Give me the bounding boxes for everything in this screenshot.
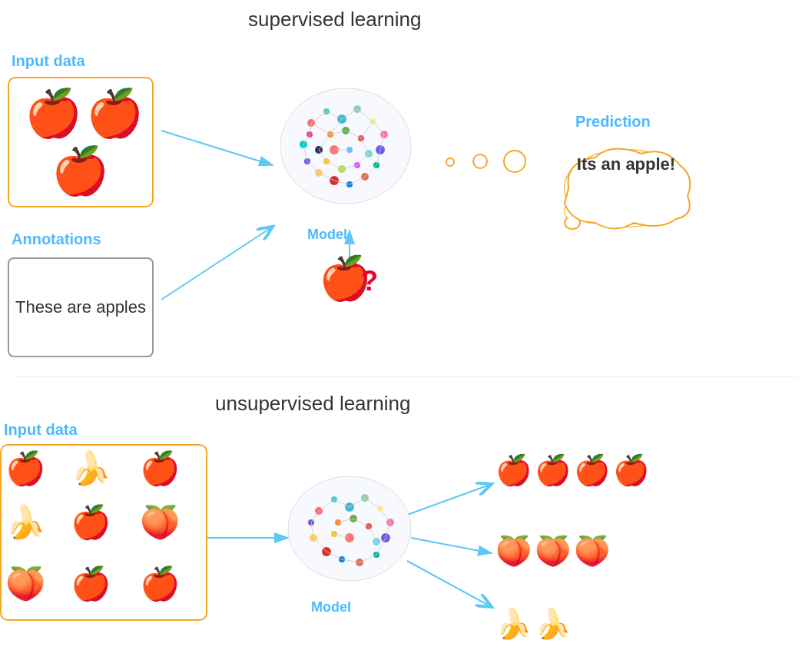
question-mark: ?	[361, 265, 378, 297]
output-apples-row: 🍎 🍎 🍎 🍎	[495, 453, 649, 487]
dot-3	[503, 150, 526, 173]
unsup-apple-4: 🍎	[71, 565, 111, 602]
out-peach-2: 🍑	[535, 534, 571, 568]
apple-3: 🍎	[51, 144, 109, 198]
thought-bubble-text: Its an apple!	[576, 154, 676, 176]
supervised-annotation-label: Annotations	[12, 231, 101, 248]
svg-line-5	[407, 484, 492, 515]
out-apple-4: 🍎	[613, 453, 649, 487]
dot-2	[472, 154, 488, 169]
svg-point-67	[288, 476, 411, 581]
apple-2: 🍎	[86, 86, 144, 141]
supervised-annotation-box: These are apples	[8, 257, 154, 357]
separator	[15, 376, 797, 377]
supervised-input-box: 🍎 🍎 🍎	[8, 77, 154, 207]
prediction-label: Prediction	[575, 113, 651, 131]
supervised-model-label: Model	[307, 227, 347, 243]
unsupervised-input-box: 🍎 🍌 🍎 🍌 🍎 🍑 🍑 🍎 🍎	[0, 444, 207, 621]
out-peach-1: 🍑	[495, 534, 532, 568]
unsupervised-model-label: Model	[311, 599, 351, 615]
supervised-input-label: Input data	[12, 52, 85, 70]
svg-line-7	[407, 561, 492, 607]
unsup-apple-3: 🍎	[71, 503, 111, 541]
supervised-brain	[265, 77, 419, 223]
output-bananas-row: 🍌 🍌	[495, 607, 571, 641]
unsupervised-title: unsupervised learning	[215, 392, 410, 416]
unsup-apple-5: 🍎	[140, 565, 180, 602]
apple-1: 🍎	[25, 86, 82, 141]
svg-line-6	[411, 538, 492, 553]
unsup-banana-2: 🍌	[5, 503, 45, 541]
out-banana-1: 🍌	[495, 607, 532, 641]
out-apple-3: 🍎	[574, 453, 610, 487]
page-container: supervised learning Input data 🍎 🍎 🍎 Ann…	[0, 0, 812, 660]
unsup-apple-2: 🍎	[140, 449, 180, 487]
dot-1	[446, 158, 455, 167]
svg-line-2	[161, 227, 273, 300]
unsup-banana-1: 🍌	[71, 449, 111, 487]
out-apple-2: 🍎	[535, 453, 571, 487]
thought-bubble-container: Its an apple!	[553, 138, 699, 238]
output-peaches-row: 🍑 🍑 🍑	[495, 534, 610, 568]
unsupervised-brain	[277, 469, 419, 595]
out-apple-1: 🍎	[495, 453, 532, 487]
out-banana-2: 🍌	[535, 607, 571, 641]
unsupervised-input-label: Input data	[4, 421, 78, 439]
out-peach-3: 🍑	[574, 534, 610, 568]
unsup-peach-2: 🍑	[5, 565, 45, 602]
svg-line-1	[161, 131, 273, 165]
supervised-title: supervised learning	[248, 8, 421, 32]
annotation-text: These are apples	[15, 297, 146, 319]
unsup-apple-1: 🍎	[5, 449, 45, 487]
unsup-peach-1: 🍑	[140, 503, 180, 541]
